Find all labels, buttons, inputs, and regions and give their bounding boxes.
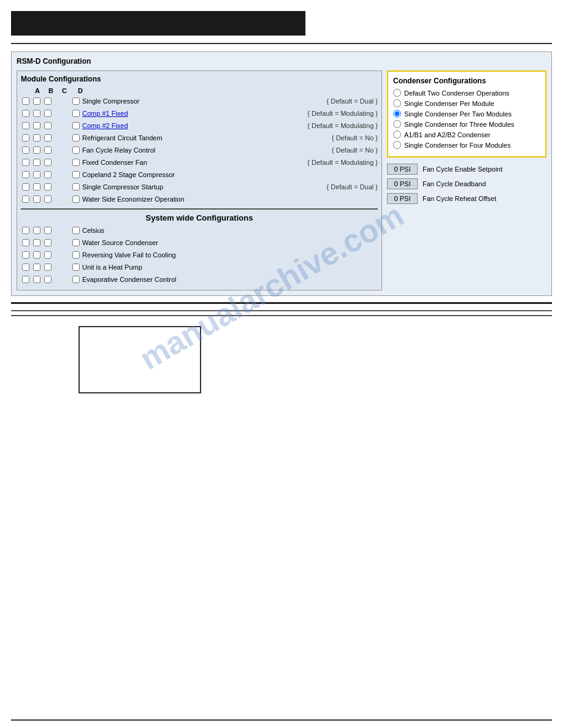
fan-cycle-reheat-row: 0 PSI Fan Cycle Reheat Offset	[387, 193, 546, 204]
cb-c-single-compressor-startup[interactable]	[44, 183, 52, 191]
radio-single-four-modules[interactable]	[393, 141, 401, 149]
cb-c-fixed-condenser-fan[interactable]	[44, 159, 52, 166]
radio-row-single-per-two-modules: Single Condenser Per Two Modules	[393, 110, 540, 118]
cb-d-fan-cycle-relay[interactable]	[72, 146, 80, 154]
cb-b-unit-heat-pump[interactable]	[33, 264, 40, 271]
row-fan-cycle-relay: Fan Cycle Relay Control { Default = No }	[21, 145, 378, 156]
cb-c-evaporative-condenser[interactable]	[44, 276, 52, 283]
cb-a-comp1-fixed[interactable]	[22, 110, 29, 117]
label-evaporative-condenser: Evaporative Condenser Control	[82, 276, 378, 283]
label-fixed-condenser-fan: Fixed Condenser Fan	[82, 159, 304, 166]
cb-c-unit-heat-pump[interactable]	[44, 264, 52, 271]
rsm-panel: RSM-D Configuration Module Configuration…	[11, 51, 552, 296]
cb-a-single-compressor-startup[interactable]	[22, 183, 29, 191]
cb-d-water-side-economizer[interactable]	[72, 195, 80, 203]
cb-d-reversing-valve-fail[interactable]	[72, 251, 80, 259]
cb-b-copeland-2-stage[interactable]	[33, 171, 40, 178]
cb-c-comp2-fixed[interactable]	[44, 122, 52, 129]
label-single-per-module: Single Condenser Per Module	[404, 100, 494, 107]
cb-a-unit-heat-pump[interactable]	[22, 264, 29, 271]
radio-single-three-modules[interactable]	[393, 120, 401, 128]
cb-c-reversing-valve-fail[interactable]	[44, 251, 52, 259]
cb-a-water-source-condenser[interactable]	[22, 239, 29, 246]
radio-single-per-two-modules[interactable]	[393, 110, 401, 118]
cb-b-refrigerant-tandem[interactable]	[33, 134, 40, 142]
cb-d-comp2-fixed[interactable]	[72, 122, 80, 129]
cb-d-copeland-2-stage[interactable]	[72, 171, 80, 178]
label-refrigerant-tandem: Refrigerant Circuit Tandem	[82, 134, 328, 142]
row-celsius: Celsius	[21, 225, 378, 236]
cb-d-evaporative-condenser[interactable]	[72, 276, 80, 283]
cb-d-celsius[interactable]	[72, 227, 80, 234]
cb-a-comp2-fixed[interactable]	[22, 122, 29, 129]
radio-single-per-module[interactable]	[393, 99, 401, 107]
cb-a-celsius[interactable]	[22, 227, 29, 234]
radio-default-two-condenser[interactable]	[393, 89, 401, 97]
cb-d-single-compressor[interactable]	[72, 97, 80, 105]
cb-a-fixed-condenser-fan[interactable]	[22, 159, 29, 166]
row-refrigerant-tandem: Refrigerant Circuit Tandem { Default = N…	[21, 132, 378, 143]
module-config-section: Module Configurations A B C D	[17, 70, 382, 290]
cb-a-copeland-2-stage[interactable]	[22, 171, 29, 178]
cb-d-single-compressor-startup[interactable]	[72, 183, 80, 191]
cb-a-fan-cycle-relay[interactable]	[22, 146, 29, 154]
cb-a-refrigerant-tandem[interactable]	[22, 134, 29, 142]
label-comp2-fixed: Comp #2 Fixed	[82, 122, 304, 129]
cb-b-fixed-condenser-fan[interactable]	[33, 159, 40, 166]
cb-b-comp1-fixed[interactable]	[33, 110, 40, 117]
cb-c-copeland-2-stage[interactable]	[44, 171, 52, 178]
cb-a-single-compressor[interactable]	[22, 97, 29, 105]
fan-cycle-reheat-btn[interactable]: 0 PSI	[387, 193, 418, 204]
cb-b-water-side-economizer[interactable]	[33, 195, 40, 203]
lower-sep-2	[11, 310, 552, 311]
header-bar	[11, 11, 305, 36]
row-comp1-fixed: Comp #1 Fixed { Default = Modulating }	[21, 108, 378, 119]
cb-d-water-source-condenser[interactable]	[72, 239, 80, 246]
cb-b-single-compressor-startup[interactable]	[33, 183, 40, 191]
cb-c-comp1-fixed[interactable]	[44, 110, 52, 117]
row-water-side-economizer: Water Side Economizer Operation	[21, 194, 378, 205]
row-copeland-2-stage: Copeland 2 Stage Compressor	[21, 169, 378, 180]
cb-b-single-compressor[interactable]	[33, 97, 40, 105]
cb-d-fixed-condenser-fan[interactable]	[72, 159, 80, 166]
row-comp2-fixed: Comp #2 Fixed { Default = Modulating }	[21, 120, 378, 131]
cb-c-fan-cycle-relay[interactable]	[44, 146, 52, 154]
radio-row-a1b1-a2b2: A1/B1 and A2/B2 Condenser	[393, 131, 540, 138]
module-section-divider	[21, 208, 378, 210]
cb-a-reversing-valve-fail[interactable]	[22, 251, 29, 259]
cb-a-evaporative-condenser[interactable]	[22, 276, 29, 283]
cb-b-evaporative-condenser[interactable]	[33, 276, 40, 283]
fan-cycle-deadband-btn[interactable]: 0 PSI	[387, 178, 418, 189]
cb-c-water-source-condenser[interactable]	[44, 239, 52, 246]
cb-c-single-compressor[interactable]	[44, 97, 52, 105]
cb-c-celsius[interactable]	[44, 227, 52, 234]
fan-cycle-section: 0 PSI Fan Cycle Enable Setpoint 0 PSI Fa…	[387, 164, 546, 204]
label-unit-heat-pump: Unit is a Heat Pump	[82, 264, 378, 271]
cb-b-fan-cycle-relay[interactable]	[33, 146, 40, 154]
lower-sep-3	[11, 315, 552, 316]
radio-row-single-three-modules: Single Condenser for Three Modules	[393, 120, 540, 128]
cb-b-comp2-fixed[interactable]	[33, 122, 40, 129]
fan-cycle-enable-setpoint-btn[interactable]: 0 PSI	[387, 164, 418, 175]
default-fan-cycle-relay: { Default = No }	[332, 146, 378, 154]
cb-b-celsius[interactable]	[33, 227, 40, 234]
row-reversing-valve-fail: Reversing Valve Fail to Cooling	[21, 249, 378, 260]
fan-cycle-reheat-label: Fan Cycle Reheat Offset	[423, 195, 496, 202]
cb-b-water-source-condenser[interactable]	[33, 239, 40, 246]
lower-section	[11, 302, 552, 393]
cb-a-water-side-economizer[interactable]	[22, 195, 29, 203]
default-single-compressor: { Default = Dual }	[327, 97, 378, 105]
label-copeland-2-stage: Copeland 2 Stage Compressor	[82, 171, 378, 178]
cb-d-unit-heat-pump[interactable]	[72, 264, 80, 271]
bottom-line	[11, 719, 552, 721]
cb-b-reversing-valve-fail[interactable]	[33, 251, 40, 259]
top-separator	[11, 43, 552, 44]
cb-d-refrigerant-tandem[interactable]	[72, 134, 80, 142]
cb-d-comp1-fixed[interactable]	[72, 110, 80, 117]
default-refrigerant-tandem: { Default = No }	[332, 134, 378, 142]
row-unit-heat-pump: Unit is a Heat Pump	[21, 262, 378, 273]
radio-a1b1-a2b2[interactable]	[393, 131, 401, 138]
cb-c-water-side-economizer[interactable]	[44, 195, 52, 203]
cb-c-refrigerant-tandem[interactable]	[44, 134, 52, 142]
label-single-per-two-modules: Single Condenser Per Two Modules	[404, 110, 511, 118]
